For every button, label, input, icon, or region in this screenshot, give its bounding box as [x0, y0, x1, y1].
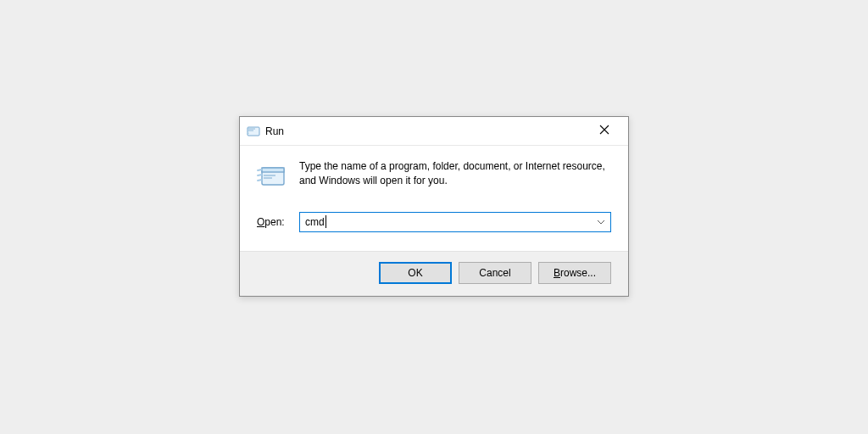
window-title: Run — [265, 125, 587, 137]
cancel-button[interactable]: Cancel — [459, 262, 531, 284]
text-caret — [326, 215, 326, 228]
open-field-row: Open: — [240, 209, 628, 251]
svg-rect-0 — [248, 127, 259, 136]
open-input[interactable] — [299, 212, 611, 232]
run-dialog: Run Type the name of a program, folder, … — [239, 116, 629, 297]
svg-rect-6 — [262, 168, 284, 172]
dialog-footer: OK Cancel Browse... — [240, 251, 628, 296]
run-title-icon — [247, 125, 260, 138]
chevron-down-icon[interactable] — [596, 217, 606, 227]
open-combobox[interactable] — [299, 212, 611, 232]
open-label: Open: — [257, 216, 291, 228]
dialog-body: Type the name of a program, folder, docu… — [240, 146, 628, 209]
run-program-icon — [257, 161, 287, 192]
close-button[interactable] — [587, 120, 621, 143]
close-icon — [599, 125, 609, 137]
browse-button[interactable]: Browse... — [538, 262, 611, 284]
run-description-text: Type the name of a program, folder, docu… — [299, 159, 611, 189]
title-bar: Run — [240, 117, 628, 146]
ok-button[interactable]: OK — [379, 262, 452, 284]
